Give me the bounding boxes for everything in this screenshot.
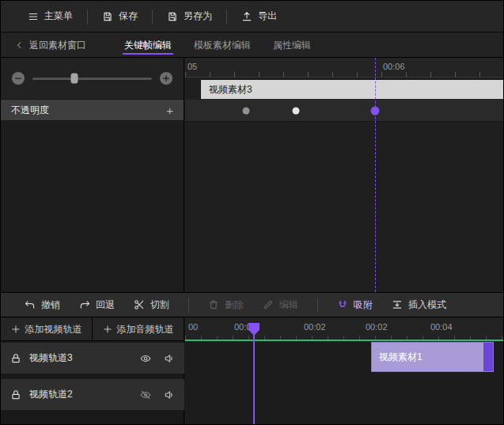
main-menu-button[interactable]: 主菜单 bbox=[13, 7, 87, 26]
keyframe-editor-left-empty bbox=[1, 122, 184, 292]
clip-label: 视频素材3 bbox=[209, 84, 252, 95]
zoom-slider-row bbox=[1, 58, 184, 99]
tab-label: 关键帧编辑 bbox=[124, 39, 172, 52]
clip-video-material-1[interactable]: 视频素材1 bbox=[371, 342, 494, 372]
timeline-left-panel: 添加视频轨道 添加音频轨道 视频轨道3 视频轨道2 bbox=[1, 318, 184, 424]
keyframe-dot[interactable] bbox=[243, 107, 250, 114]
delete-button[interactable]: 删除 bbox=[208, 298, 244, 312]
tab-label: 属性编辑 bbox=[273, 39, 311, 52]
cut-button[interactable]: 切割 bbox=[134, 298, 169, 312]
insert-mode-icon bbox=[392, 299, 403, 310]
save-as-label: 另存为 bbox=[184, 9, 212, 23]
ruler-label: 00:04 bbox=[430, 322, 453, 332]
track-name: 视频轨道3 bbox=[29, 351, 73, 365]
menubar: 主菜单 保存 另存为 导出 bbox=[1, 1, 503, 32]
export-button[interactable]: 导出 bbox=[227, 7, 291, 26]
track-header-video-3[interactable]: 视频轨道3 bbox=[1, 343, 184, 374]
zoom-slider[interactable] bbox=[32, 78, 152, 80]
add-audio-track-button[interactable]: 添加音频轨道 bbox=[92, 318, 184, 340]
undo-label: 撤销 bbox=[41, 298, 60, 312]
tab-label: 模板素材编辑 bbox=[194, 39, 251, 52]
plus-icon bbox=[103, 324, 112, 334]
add-keyframe-button[interactable]: + bbox=[166, 104, 173, 116]
save-as-button[interactable]: 另存为 bbox=[153, 7, 226, 26]
lock-icon[interactable] bbox=[10, 389, 21, 400]
redo-label: 回退 bbox=[96, 298, 115, 312]
insert-mode-button[interactable]: 插入模式 bbox=[392, 298, 446, 312]
edit-label: 编辑 bbox=[279, 298, 298, 312]
speaker-icon[interactable] bbox=[164, 389, 175, 400]
zoom-slider-handle[interactable] bbox=[70, 74, 78, 84]
ruler-label: 00:06 bbox=[383, 62, 405, 71]
ruler-label: 00 bbox=[188, 322, 198, 332]
plus-icon bbox=[162, 74, 170, 82]
speaker-icon[interactable] bbox=[164, 353, 175, 364]
track-name: 视频轨道2 bbox=[29, 388, 73, 401]
insert-mode-label: 插入模式 bbox=[408, 298, 446, 312]
add-video-track-label: 添加视频轨道 bbox=[25, 323, 82, 336]
eye-off-icon[interactable] bbox=[140, 389, 151, 400]
undo-button[interactable]: 撤销 bbox=[25, 298, 60, 312]
chevron-left-icon bbox=[15, 40, 25, 50]
add-video-track-button[interactable]: 添加视频轨道 bbox=[1, 318, 92, 340]
zoom-in-button[interactable] bbox=[160, 72, 172, 85]
toolbar-separator bbox=[317, 298, 318, 312]
menu-icon bbox=[28, 11, 39, 22]
save-button[interactable]: 保存 bbox=[88, 7, 152, 26]
timeline-panel: 添加视频轨道 添加音频轨道 视频轨道3 视频轨道2 bbox=[1, 318, 503, 424]
add-track-row: 添加视频轨道 添加音频轨道 bbox=[1, 318, 184, 341]
edit-button[interactable]: 编辑 bbox=[263, 298, 298, 312]
back-label: 返回素材窗口 bbox=[29, 39, 86, 52]
pencil-icon bbox=[263, 299, 274, 310]
undo-icon bbox=[25, 299, 36, 310]
cut-label: 切割 bbox=[150, 298, 169, 312]
tab-keyframe-edit[interactable]: 关键帧编辑 bbox=[113, 33, 183, 57]
track-header-video-2[interactable]: 视频轨道2 bbox=[1, 379, 184, 410]
keyframe-editor: 不透明度 + 05 00:06 视频素材3 bbox=[1, 58, 504, 292]
tab-property-edit[interactable]: 属性编辑 bbox=[262, 33, 322, 57]
zoom-out-button[interactable] bbox=[12, 72, 25, 85]
eye-icon[interactable] bbox=[140, 353, 151, 364]
save-as-icon bbox=[167, 11, 178, 22]
plus-icon bbox=[11, 324, 21, 334]
toolbar-separator bbox=[188, 298, 189, 312]
minus-icon bbox=[14, 74, 22, 82]
lock-icon[interactable] bbox=[10, 353, 21, 364]
export-label: 导出 bbox=[258, 9, 277, 23]
ruler-label: 00:02 bbox=[304, 322, 326, 332]
redo-icon bbox=[79, 299, 90, 310]
magnet-icon bbox=[337, 299, 348, 310]
snap-button[interactable]: 吸附 bbox=[337, 298, 373, 312]
main-menu-label: 主菜单 bbox=[44, 9, 73, 23]
back-to-media-button[interactable]: 返回素材窗口 bbox=[15, 39, 94, 52]
edit-toolbar: 撤销 回退 切割 删除 编辑 吸附 插入模式 bbox=[1, 292, 503, 317]
keyframe-ruler[interactable]: 05 00:06 bbox=[185, 58, 504, 78]
keyframe-editor-timeline: 05 00:06 视频素材3 bbox=[185, 58, 504, 292]
keyframe-dot[interactable] bbox=[293, 107, 300, 114]
ruler-ticks bbox=[185, 72, 504, 77]
keyframe-lane[interactable] bbox=[185, 100, 504, 122]
property-label: 不透明度 bbox=[11, 104, 49, 117]
ruler-label: 00:02 bbox=[366, 322, 388, 332]
track-controls bbox=[140, 389, 175, 400]
snap-label: 吸附 bbox=[354, 298, 373, 312]
playhead-line[interactable] bbox=[253, 324, 255, 424]
ruler-label: 05 bbox=[188, 62, 197, 71]
save-icon bbox=[102, 11, 113, 22]
save-label: 保存 bbox=[119, 9, 138, 23]
track-controls bbox=[140, 353, 175, 364]
property-row-opacity[interactable]: 不透明度 + bbox=[1, 99, 184, 121]
export-icon bbox=[241, 11, 252, 22]
keyframe-playhead-line[interactable] bbox=[375, 58, 376, 292]
clip-right-handle[interactable] bbox=[483, 343, 493, 371]
trash-icon bbox=[208, 299, 219, 310]
tab-template-edit[interactable]: 模板素材编辑 bbox=[183, 33, 262, 57]
clip-video-material-3[interactable]: 视频素材3 bbox=[201, 80, 504, 99]
tabbar: 返回素材窗口 关键帧编辑 模板素材编辑 属性编辑 bbox=[1, 33, 503, 58]
delete-label: 删除 bbox=[225, 298, 244, 312]
video-editor-app: 主菜单 保存 另存为 导出 返回素材窗口 关键帧编辑 模板素材编辑 属 bbox=[0, 0, 504, 425]
timeline-tracks-area: 00 00:01 00:02 00:02 00:04 视频素材1 bbox=[185, 318, 504, 424]
add-audio-track-label: 添加音频轨道 bbox=[117, 323, 174, 336]
redo-button[interactable]: 回退 bbox=[79, 298, 115, 312]
timeline-ruler[interactable]: 00 00:01 00:02 00:02 00:04 bbox=[185, 318, 504, 340]
